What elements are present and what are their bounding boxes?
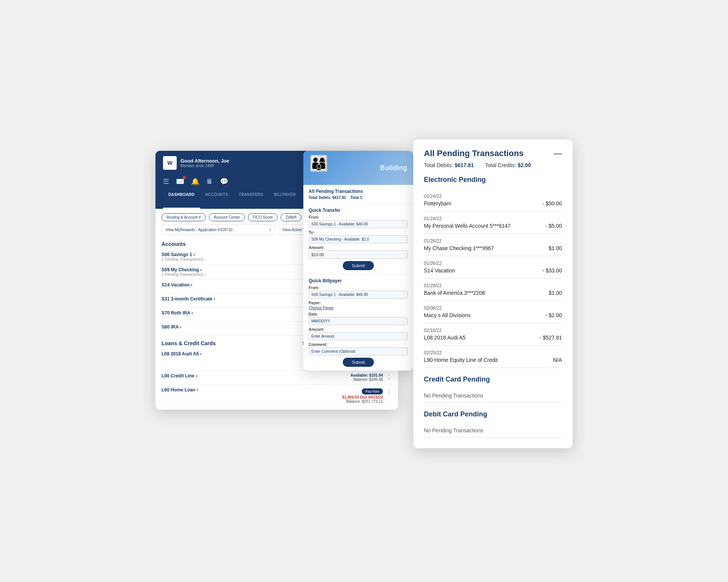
loan-row: L00 Credit Line › Available: $101.84 Bal… [162, 371, 392, 385]
zelle-btn[interactable]: Zelle® [281, 213, 301, 221]
transfer-to-label: To: [309, 230, 408, 235]
loan-amounts: Available: $101.84 Balance: $245.46 [350, 373, 383, 382]
loan-name[interactable]: L08 2018 Audi A5 › [162, 351, 202, 357]
tx-row: S14 Vacation - $33.00 [424, 268, 562, 274]
billpayer-payee-label: Payee: [309, 301, 408, 305]
total-debits-value: $617.81 [455, 162, 474, 168]
billpayer-from-value[interactable]: S00 Savings 1 - Available: $46.00 [309, 291, 408, 299]
myrewards-arrow: › [270, 227, 271, 232]
nav-accounts[interactable]: ACCOUNTS [200, 189, 234, 209]
routing-account-btn[interactable]: Routing & Account # [162, 213, 206, 221]
account-left: S00 Savings 1 › 2 Pending Transaction(s)… [162, 252, 206, 261]
tx-amount: - $5.00 [545, 223, 562, 229]
pending-card-title: All Pending Transactions [424, 149, 524, 158]
account-sub[interactable]: 2 Pending Transaction(s) › [162, 257, 206, 261]
tx-row: Potterybarn - $50.00 [424, 200, 562, 207]
loan-name[interactable]: L00 Credit Line › [162, 373, 197, 379]
tx-amount: - $2.00 [545, 312, 562, 318]
tx-row: L08 2018 Audi A5 - $527.81 [424, 335, 562, 341]
tx-date: 02/25/22 [424, 350, 562, 355]
billpayer-submit-button[interactable]: Submit [343, 358, 374, 367]
tx-name: S14 Vacation [424, 268, 455, 274]
transfer-to-value[interactable]: S09 My Checking - Available: $2,0 [309, 235, 408, 243]
dots-menu-icon[interactable]: ⋮ [386, 387, 392, 395]
account-sub[interactable]: 2 Pending Transaction(s) › [162, 272, 206, 277]
loans-title: Loans & Credit Cards [162, 340, 216, 346]
tx-amount: N/A [553, 357, 562, 363]
bank-logo: W [163, 156, 177, 170]
pending-card-header: All Pending Transactions — [424, 149, 562, 158]
account-name[interactable]: S31 3-month Certificate › [162, 296, 215, 302]
account-left: S31 3-month Certificate › [162, 296, 215, 302]
account-name[interactable]: S70 Roth IRA › [162, 310, 193, 316]
nav-billpayer[interactable]: BILLPAYER [269, 189, 301, 209]
transfer-amount-value[interactable]: $10.00 [309, 250, 408, 259]
billpayer-comment-value[interactable]: Enter Comment (Optional) [309, 347, 408, 355]
loan-available: Available: $101.84 [350, 373, 383, 377]
building-text: Building [380, 164, 407, 172]
account-left: S80 IRA › [162, 324, 181, 330]
tx-date: 01/26/22 [424, 261, 562, 266]
member-since: Member since 1999 [180, 164, 229, 168]
transfer-from-value[interactable]: S00 Savings 1 - Available: $46.00 [309, 220, 408, 228]
loan-left: L00 Credit Line › [162, 373, 197, 379]
total-debits-label: Total Debits: [424, 162, 453, 168]
calculator-icon[interactable]: 🖩 [206, 178, 213, 186]
nav-dashboard[interactable]: DASHBOARD [163, 189, 200, 209]
account-name[interactable]: S14 Vacation › [162, 282, 192, 288]
tx-name: Macy s All Divisions [424, 312, 471, 318]
pending-totals: Total Debits: $617.81 Total Credits: $2.… [424, 162, 562, 168]
tx-name: L08 2018 Audi A5 [424, 335, 466, 341]
banner-image: 👨‍👩‍👦 Building [303, 151, 413, 185]
account-name[interactable]: S09 My Checking › [162, 267, 206, 272]
account-center-btn[interactable]: Account Center [209, 213, 245, 221]
account-name[interactable]: S80 IRA › [162, 324, 181, 330]
tx-date: 01/24/22 [424, 194, 562, 199]
menu-icon[interactable]: ☰ [163, 177, 169, 186]
total-credits-label: Total Credits: [485, 162, 516, 168]
loan-balance: Balance: $257,773.11 [342, 399, 383, 404]
fico-score-btn[interactable]: FICO Score [248, 213, 278, 221]
choose-payee-link[interactable]: Choose Payee [309, 306, 408, 310]
mail-icon[interactable]: ✉️ [176, 177, 184, 186]
right-panel: 👨‍👩‍👦 Building All Pending Transactions … [303, 151, 413, 371]
chat-icon[interactable]: 💬 [220, 177, 228, 186]
loan-due: $1,409.03 Due 04/15/22 [342, 395, 383, 399]
loan-right: Pay Now $1,409.03 Due 04/15/22 Balance: … [342, 387, 392, 404]
tx-row: Bank of America 3***2208 $1.00 [424, 290, 562, 296]
bank-greeting: Good Afternoon, Joe Member since 1999 [180, 158, 229, 168]
debit-card-section-title: Debit Card Pending [424, 410, 562, 418]
tx-name: My Chase Checking 1***9967 [424, 245, 494, 251]
mail-badge [183, 176, 186, 179]
pay-now-home-button[interactable]: Pay Now [362, 388, 383, 394]
pending-transaction: 02/25/22 L90 Home Equity Line of Credit … [424, 346, 562, 368]
scene: W Good Afternoon, Joe Member since 1999 … [155, 139, 573, 443]
tx-date: 02/06/22 [424, 305, 562, 311]
debits-label: Total Debits: [309, 196, 331, 200]
billpayer-date-value[interactable]: MM/DD/YY [309, 317, 408, 325]
pending-transaction: 01/26/22 S14 Vacation - $33.00 [424, 256, 562, 278]
pending-transaction: 01/28/22 Bank of America 3***2208 $1.00 [424, 278, 562, 301]
account-name[interactable]: S00 Savings 1 › [162, 252, 206, 257]
myrewards-link[interactable]: View MyRewards - Application #319710 › [162, 224, 275, 235]
tx-amount: - $33.00 [543, 268, 562, 274]
billpayer-amount-value[interactable]: Enter Amount [309, 332, 408, 340]
transfer-widget-title: Quick Transfer [309, 208, 408, 213]
loan-row: L60 Home Loan › Pay Now $1,409.03 Due 04… [162, 385, 392, 407]
billpayer-date-label: Date: [309, 312, 408, 316]
dots-menu-icon[interactable]: ⋮ [386, 373, 392, 381]
pending-transaction: 02/06/22 Macy s All Divisions - $2.00 [424, 301, 562, 323]
tx-row: L90 Home Equity Line of Credit N/A [424, 357, 562, 363]
billpayer-comment-label: Comment: [309, 343, 408, 347]
transfer-submit-button[interactable]: Submit [343, 261, 374, 270]
tx-row: My Chase Checking 1***9967 $1.00 [424, 245, 562, 251]
pending-widget: All Pending Transactions Total Debits: $… [303, 185, 413, 204]
pending-transaction: 01/24/22 Potterybarn - $50.00 [424, 189, 562, 211]
billpayer-from-label: From: [309, 286, 408, 290]
loan-name[interactable]: L60 Home Loan › [162, 387, 198, 393]
credit-card-no-pending: No Pending Transactions [424, 389, 562, 403]
nav-transfers[interactable]: TRANSFERS [234, 189, 269, 209]
bell-icon[interactable]: 🔔 [191, 177, 199, 186]
loan-amounts: Pay Now $1,409.03 Due 04/15/22 Balance: … [342, 387, 383, 404]
close-icon[interactable]: — [554, 149, 562, 158]
